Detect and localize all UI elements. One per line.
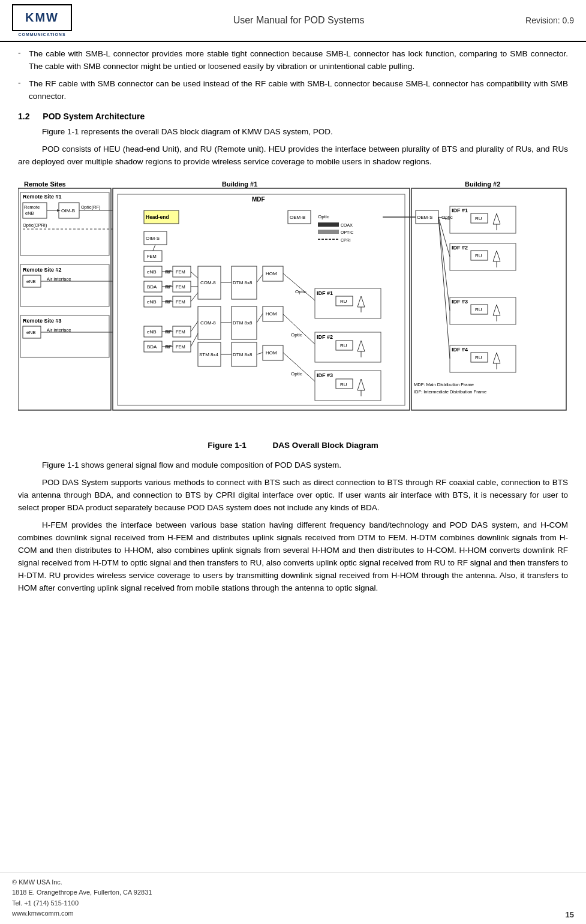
footer-website: www.kmwcomm.com [12, 908, 152, 919]
content: - The cable with SMB-L connector provide… [0, 42, 586, 606]
oim-b-label: OIM-B [61, 208, 75, 213]
dtm-mid-label: DTM 8x8 [233, 320, 253, 326]
hom3-label: HOM [266, 350, 277, 356]
bullet-item-2: - The RF cable with SMB connector can be… [18, 78, 568, 103]
building1-label: Building #1 [222, 180, 257, 188]
bullet-dash-2: - [18, 78, 29, 103]
para1-indent [18, 126, 42, 139]
remote-site2-label: Remote Site #2 [23, 267, 62, 273]
figure-caption: Figure 1-1 DAS Overall Block Diagram [18, 441, 568, 450]
fem-r4-label: FEM [176, 329, 185, 335]
figure-title: DAS Overall Block Diagram [272, 441, 378, 450]
dtm2-to-hom2 [257, 314, 263, 323]
footer-company: © KMW USA Inc. [12, 877, 152, 888]
figure-num: Figure 1-1 [208, 441, 247, 450]
bda-r2-label: BDA [147, 284, 157, 290]
para2-text: POD consists of HEU (head-end Unit), and… [18, 145, 568, 166]
idf3-b1-label: IDF #3 [317, 372, 333, 378]
oims-to-fem0 [153, 245, 155, 251]
footer: © KMW USA Inc. 1818 E. Orangethrope Ave,… [0, 872, 586, 924]
antenna-idf3-b2 [493, 305, 500, 315]
remote-sites-label: Remote Sites [24, 180, 66, 188]
body-para-3: H-FEM provides the interface between var… [18, 519, 568, 595]
idf1-b2-label: IDF #1 [452, 207, 468, 213]
optic-top-label: Optic [318, 214, 329, 219]
diagram-container: Remote Sites Building #1 Building #2 MDF… [18, 177, 568, 431]
antenna-idf3-b1 [357, 379, 365, 390]
fem-r3-to-com8 [191, 293, 198, 302]
header: KMW COMMUNICATIONS User Manual for POD S… [0, 0, 586, 42]
coax-line [318, 222, 339, 227]
diagram-svg: Remote Sites Building #1 Building #2 MDF… [18, 177, 568, 429]
ru-idf3-b2-label: RU [475, 307, 482, 312]
oim-s-label: OIM-S [146, 236, 160, 241]
para-2: POD consists of HEU (head-end Unit), and… [18, 143, 568, 168]
bullet-text-1: The cable with SMB-L connector provides … [29, 48, 568, 73]
optic-idf3-label: Optic [291, 371, 302, 377]
footer-page: 15 [566, 910, 574, 919]
fem-r1-label: FEM [176, 269, 185, 275]
body-para-1-text: Figure 1-1 shows general signal flow and… [42, 461, 341, 469]
fem-r3-label: FEM [176, 299, 185, 305]
hom2-to-idf2 [283, 314, 315, 344]
hom2-label: HOM [266, 311, 277, 317]
body-para-2: POD DAS System supports various methods … [18, 477, 568, 514]
bullet-text-2: The RF cable with SMB connector can be u… [29, 78, 568, 103]
dtm1-to-hom1 [257, 275, 263, 282]
remote-site3-label: Remote Site #3 [23, 318, 62, 324]
mdf-label: MDF [252, 196, 265, 203]
header-revision: Revision: 0.9 [525, 16, 574, 25]
ru-idf2-b2-label: RU [475, 253, 482, 258]
idf2-b1-label: IDF #2 [317, 334, 333, 340]
fem0-label: FEM [147, 254, 157, 259]
enb2-label: eNB [26, 279, 36, 284]
antenna-idf4-b2 [493, 353, 500, 363]
idf1-b1-label: IDF #1 [317, 290, 333, 296]
enb3-label: eNB [26, 330, 36, 335]
section-heading: 1.2 POD System Architecture [18, 112, 568, 121]
logo-kmw: KMW [25, 11, 59, 25]
para1-text: Figure 1-1 represents the overall DAS bl… [42, 127, 333, 136]
head-end-label: Head-end [146, 214, 169, 220]
para2-indent [18, 143, 42, 156]
optic-label: OPTIC [341, 230, 353, 234]
dtm-bot-label: DTM 8x8 [233, 352, 253, 357]
fem-r5-to-com8mid [191, 333, 198, 347]
para-1: Figure 1-1 represents the overall DAS bl… [18, 126, 568, 139]
idf-note-label: IDF: Intermediate Distribution Frame [414, 389, 486, 395]
bullet-section: - The cable with SMB-L connector provide… [18, 48, 568, 103]
rf-lbl4: RF [165, 329, 172, 335]
header-title: User Manual for POD Systems [233, 15, 365, 26]
remote-site1-label: Remote Site #1 [23, 194, 62, 200]
section-num: 1.2 [18, 112, 29, 121]
footer-left: © KMW USA Inc. 1818 E. Orangethrope Ave,… [12, 877, 152, 919]
footer-tel: Tel. +1 (714) 515-1100 [12, 898, 152, 909]
oems-to-idf3 [438, 217, 450, 311]
remote-sites-box [18, 188, 111, 410]
idf3-b2-label: IDF #3 [452, 299, 468, 305]
bullet-dash-1: - [18, 48, 29, 73]
rf-lbl2: RF [165, 284, 172, 290]
fem-r5-label: FEM [176, 344, 185, 350]
rf-lbl3: RF [165, 299, 172, 305]
logo-area: KMW COMMUNICATIONS [12, 4, 72, 37]
fem-r4-to-com8mid [191, 321, 198, 332]
optic-b2-label: Optic [441, 215, 453, 220]
hom3-to-idf3 [283, 353, 315, 381]
idf2-b2-label: IDF #2 [452, 245, 468, 251]
ru-idf4-b2-label: RU [475, 355, 482, 360]
fem-r1-to-com8 [191, 272, 198, 278]
dtm3-to-hom3 [257, 353, 263, 354]
ru-idf3-b1-label: RU [340, 382, 347, 387]
optic-cpri-label: Optic(CPRI) [23, 222, 47, 228]
footer-address: 1818 E. Orangethrope Ave, Fullerton, CA … [12, 887, 152, 898]
ru-idf2-b1-label: RU [340, 343, 347, 348]
idf4-b2-label: IDF #4 [452, 347, 468, 353]
mdf-note-label: MDF: Main Distribution Frame [414, 382, 474, 387]
oem-b-label: OEM-B [290, 215, 305, 220]
dtm-top-label: DTM 8x8 [233, 280, 253, 285]
logo-box: KMW [12, 4, 72, 31]
building2-label: Building #2 [465, 180, 500, 188]
antenna-idf1-b1 [357, 296, 365, 307]
hom1-label: HOM [266, 271, 277, 276]
